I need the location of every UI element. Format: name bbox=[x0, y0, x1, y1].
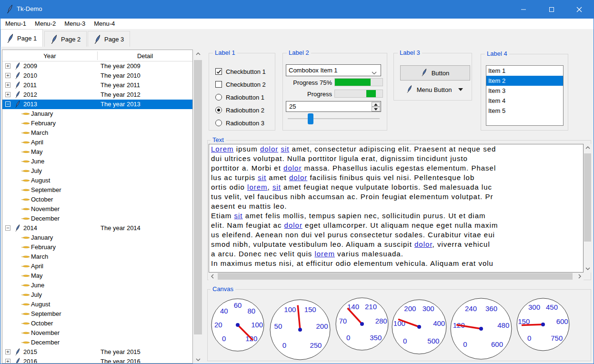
text-widget[interactable]: Lorem ipsum dolor sit amet, consectetur … bbox=[209, 144, 584, 273]
text-link[interactable]: lorem bbox=[247, 183, 268, 191]
tree-row-january[interactable]: January bbox=[2, 233, 192, 243]
expand-icon[interactable]: + bbox=[5, 92, 10, 97]
scroll-left-icon[interactable] bbox=[209, 273, 216, 280]
close-button[interactable] bbox=[568, 0, 590, 19]
svg-text:240: 240 bbox=[465, 304, 477, 313]
text-link[interactable]: dolor bbox=[284, 221, 302, 229]
menu-item-menu-1[interactable]: Menu-1 bbox=[4, 19, 27, 29]
text-link[interactable]: sit bbox=[281, 145, 289, 153]
svg-text:150: 150 bbox=[518, 317, 530, 325]
tree-row-2016[interactable]: +2016The year 2016 bbox=[2, 357, 192, 363]
text-link[interactable]: dolor bbox=[414, 240, 433, 248]
tree-row-july[interactable]: July bbox=[2, 290, 192, 300]
tree-row-june[interactable]: June bbox=[2, 157, 192, 166]
tree-row-may[interactable]: May bbox=[2, 147, 192, 157]
text-link[interactable]: lorem bbox=[314, 250, 335, 258]
text-link[interactable]: dolor bbox=[289, 173, 307, 182]
tree-item-detail: The year 2013 bbox=[101, 101, 141, 108]
text-link[interactable]: dolor bbox=[283, 164, 302, 172]
tree-row-october[interactable]: October bbox=[2, 195, 192, 204]
checkbutton-2[interactable]: Checkbutton 2 bbox=[215, 81, 266, 88]
tree-item-label: 2012 bbox=[23, 91, 37, 98]
expand-icon[interactable]: + bbox=[5, 63, 10, 69]
collapse-icon[interactable]: − bbox=[5, 101, 10, 107]
text-horizontal-scrollbar[interactable] bbox=[209, 273, 584, 280]
maximize-button[interactable] bbox=[541, 0, 563, 19]
expand-icon[interactable]: + bbox=[5, 73, 10, 78]
minimize-button[interactable] bbox=[513, 0, 534, 19]
menu-item-menu-3[interactable]: Menu-3 bbox=[63, 19, 86, 29]
text-link[interactable]: sit bbox=[234, 212, 243, 220]
tree-row-september[interactable]: September bbox=[2, 309, 192, 319]
list-item-4[interactable]: Item 4 bbox=[486, 96, 563, 106]
menu-item-menu-4[interactable]: Menu-4 bbox=[93, 19, 116, 29]
tree-row-september[interactable]: September bbox=[2, 185, 192, 195]
scroll-right-icon[interactable] bbox=[576, 273, 584, 280]
tree-row-april[interactable]: April bbox=[2, 262, 192, 271]
list-item-5[interactable]: Item 5 bbox=[486, 106, 563, 116]
text-link[interactable]: sit bbox=[272, 183, 281, 191]
text-link[interactable]: dolor bbox=[260, 145, 278, 153]
tree-row-2013[interactable]: −2013The year 2013 bbox=[2, 100, 192, 109]
tree-row-2014[interactable]: −2014The year 2014 bbox=[2, 223, 192, 233]
combobox[interactable]: Combobox Item 1 bbox=[286, 64, 381, 76]
list-item-2[interactable]: Item 2 bbox=[486, 76, 563, 86]
tab-page-2[interactable]: Page 2 bbox=[44, 31, 87, 47]
list-item-1[interactable]: Item 1 bbox=[486, 66, 563, 76]
tree-row-2015[interactable]: +2015The year 2015 bbox=[2, 347, 192, 357]
spinbox-down-button[interactable] bbox=[372, 107, 380, 111]
tree-row-august[interactable]: August bbox=[2, 300, 192, 309]
scrollbar-thumb[interactable] bbox=[584, 153, 591, 242]
collapse-icon[interactable]: − bbox=[5, 225, 10, 231]
scale-thumb[interactable] bbox=[308, 113, 313, 124]
button[interactable]: Button bbox=[400, 65, 470, 81]
list-item-3[interactable]: Item 3 bbox=[486, 86, 563, 96]
tree-row-2011[interactable]: +2011The year 2011 bbox=[2, 81, 192, 90]
spinbox-up-button[interactable] bbox=[372, 102, 380, 107]
scrollbar-thumb[interactable] bbox=[218, 273, 573, 280]
tree-row-december[interactable]: December bbox=[2, 338, 192, 347]
tree-row-january[interactable]: January bbox=[2, 109, 192, 119]
tree-row-2012[interactable]: +2012The year 2012 bbox=[2, 90, 192, 100]
expand-icon[interactable]: + bbox=[5, 82, 10, 88]
scrollbar-thumb[interactable] bbox=[194, 60, 202, 334]
tab-page-3[interactable]: Page 3 bbox=[88, 31, 130, 47]
tree-row-2009[interactable]: +2009The year 2009 bbox=[2, 61, 192, 71]
scroll-down-icon[interactable] bbox=[193, 355, 202, 364]
menu-item-menu-2[interactable]: Menu-2 bbox=[34, 19, 57, 29]
tree-row-march[interactable]: March bbox=[2, 128, 192, 138]
tree-row-february[interactable]: February bbox=[2, 243, 192, 252]
scroll-up-icon[interactable] bbox=[584, 144, 592, 152]
tree-row-december[interactable]: December bbox=[2, 214, 192, 223]
tree-row-june[interactable]: June bbox=[2, 281, 192, 290]
checkbutton-1[interactable]: Checkbutton 1 bbox=[215, 68, 266, 75]
tree-row-august[interactable]: August bbox=[2, 176, 192, 185]
text-link[interactable]: sit bbox=[258, 173, 266, 182]
text-vertical-scrollbar[interactable] bbox=[584, 144, 592, 273]
tree-row-march[interactable]: March bbox=[2, 252, 192, 262]
tab-page-1[interactable]: Page 1 bbox=[0, 29, 43, 47]
tree-row-2010[interactable]: +2010The year 2010 bbox=[2, 71, 192, 81]
tree-row-february[interactable]: February bbox=[2, 119, 192, 128]
spinbox[interactable]: 25 bbox=[286, 101, 381, 112]
radiobutton-3[interactable]: Radiobutton 1 bbox=[215, 93, 264, 101]
menu-button[interactable]: Menu Button bbox=[403, 83, 467, 96]
radiobutton-4[interactable]: Radiobutton 2 bbox=[215, 106, 264, 114]
tree-row-may[interactable]: May bbox=[2, 271, 192, 281]
tree-row-july[interactable]: July bbox=[2, 166, 192, 176]
tree-column-year[interactable]: Year bbox=[2, 50, 97, 61]
tree-row-april[interactable]: April bbox=[2, 138, 192, 147]
app-window: Tk-Demo Menu-1Menu-2Menu-3Menu-4 Page 1P… bbox=[0, 0, 594, 364]
expand-icon[interactable]: + bbox=[5, 359, 10, 363]
scale-track[interactable] bbox=[288, 118, 380, 119]
tree-row-october[interactable]: October bbox=[2, 319, 192, 328]
tree-vertical-scrollbar[interactable] bbox=[193, 50, 202, 364]
text-link[interactable]: Lorem bbox=[211, 145, 234, 153]
radiobutton-5[interactable]: Radiobutton 3 bbox=[215, 119, 264, 127]
expand-icon[interactable]: + bbox=[5, 349, 10, 354]
tree-row-november[interactable]: November bbox=[2, 328, 192, 338]
tree-row-november[interactable]: November bbox=[2, 204, 192, 214]
scroll-down-icon[interactable] bbox=[584, 265, 592, 273]
scroll-up-icon[interactable] bbox=[193, 50, 202, 58]
tree-column-detail[interactable]: Detail bbox=[98, 50, 192, 61]
